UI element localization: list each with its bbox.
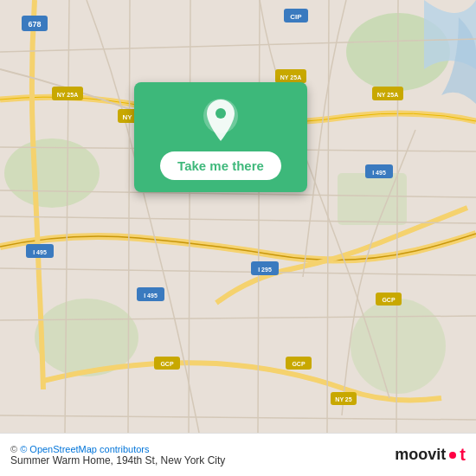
svg-text:I 295: I 295 (258, 267, 272, 273)
address-text: Summer Warm Home, 194th St, New York Cit… (10, 454, 225, 466)
bottom-bar: © © OpenStreetMap contributors Summer Wa… (0, 433, 476, 476)
svg-text:CIP: CIP (290, 13, 302, 21)
moovit-logo: moovit t (395, 445, 466, 465)
moovit-t-icon: t (460, 445, 466, 465)
location-pin-icon (203, 98, 239, 143)
svg-rect-3 (338, 173, 407, 225)
svg-text:NY 25A: NY 25A (377, 92, 398, 98)
location-card: Take me there (134, 82, 307, 192)
svg-text:GCP: GCP (382, 297, 396, 303)
svg-text:GCP: GCP (160, 361, 174, 367)
moovit-dot-icon (449, 452, 456, 459)
svg-point-49 (215, 108, 226, 119)
take-me-there-button[interactable]: Take me there (160, 151, 281, 180)
moovit-text: moovit (395, 446, 446, 464)
copyright-symbol: © (10, 444, 17, 454)
svg-text:GCP: GCP (292, 361, 306, 367)
map-container: 678 CIP NY 25A NY 25A NY 25A NY I 495 I … (0, 0, 476, 433)
svg-text:I 495: I 495 (372, 170, 386, 176)
svg-text:NY 25A: NY 25A (280, 74, 301, 80)
copyright-text: © © OpenStreetMap contributors (10, 444, 225, 454)
osm-link[interactable]: © OpenStreetMap contributors (20, 444, 149, 454)
svg-point-5 (351, 299, 446, 394)
svg-text:NY 25A: NY 25A (57, 92, 78, 98)
svg-text:I 495: I 495 (33, 249, 47, 255)
svg-text:NY 25: NY 25 (335, 396, 351, 402)
svg-text:NY: NY (122, 113, 132, 121)
svg-point-1 (4, 138, 100, 208)
svg-text:I 495: I 495 (144, 293, 158, 299)
svg-text:678: 678 (28, 20, 41, 29)
bottom-left-info: © © OpenStreetMap contributors Summer Wa… (10, 444, 225, 466)
